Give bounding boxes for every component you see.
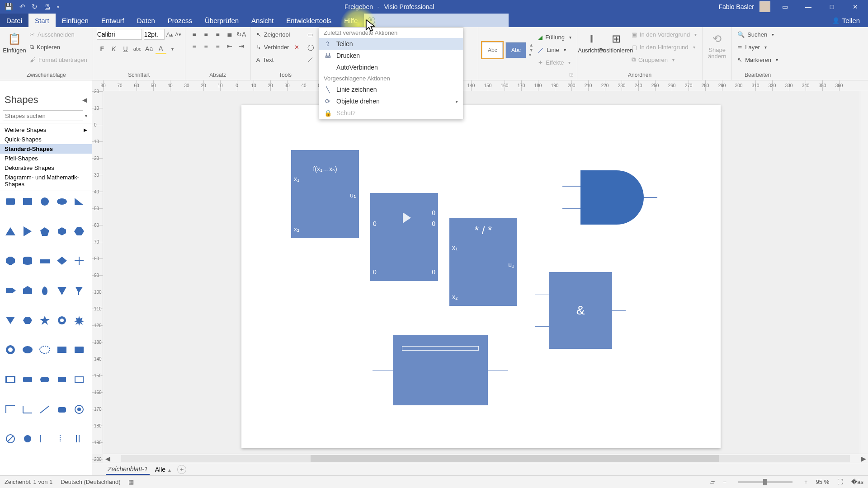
shape-stencil-item[interactable] [20,373,35,386]
tab-review[interactable]: Überprüfen [198,14,245,27]
shape-stencil-item[interactable] [3,343,18,357]
shape-stencil-item[interactable] [71,314,87,327]
layer-button[interactable]: ≣Layer▾ [736,42,780,52]
tab-file[interactable]: Datei [0,14,28,27]
bold-button[interactable]: F [97,43,108,54]
status-lang[interactable]: Deutsch (Deutschland) [61,479,120,485]
shape-amp-block[interactable]: & [549,272,612,349]
print-icon[interactable]: 🖶 [44,3,51,11]
zoom-level[interactable]: 95 % [816,479,830,485]
select-button[interactable]: ↖Markieren▾ [736,54,780,65]
shape-stencil-item[interactable] [54,225,70,238]
line-tool-button[interactable]: ／ [306,54,316,65]
shape-stencil-item[interactable] [71,225,87,238]
shape-stencil-item[interactable] [37,225,52,238]
shrink-font-icon[interactable]: A▾ [175,32,181,38]
style-thumb[interactable]: Abc [505,42,526,58]
case-button[interactable]: Aa [144,43,155,54]
bullets-button[interactable]: ≣ [224,29,235,40]
shape-stencil-item[interactable] [20,314,35,327]
tellme-item-teilen[interactable]: ⇪Teilen [319,38,463,50]
fill-button[interactable]: ◢Füllung▾ [536,32,573,43]
undo-icon[interactable]: ↶ [19,3,25,11]
tab-design[interactable]: Entwurf [95,14,131,27]
zoom-out-icon[interactable]: − [723,479,726,485]
sheet-all[interactable]: Alle ▲ [155,466,172,473]
shape-play-block[interactable]: 0 0 0 0 0 [370,193,438,281]
text-tool-button[interactable]: AText [255,54,302,65]
dec-indent-button[interactable]: ⇤ [224,41,235,52]
cat-standard-shapes[interactable]: Standard-Shapes [0,144,92,154]
shape-stencil-item[interactable] [37,195,52,208]
shape-stencil-item[interactable] [54,254,70,267]
shape-stencil-item[interactable] [37,403,52,416]
font-color-button[interactable]: ▾ [167,43,178,54]
zoom-slider[interactable] [738,481,793,483]
shape-divide-block[interactable]: * / * x₁ u₁ x₂ [449,218,517,306]
strike-button[interactable]: abc [132,43,143,54]
shape-stencil-item[interactable] [37,284,52,297]
shape-stencil-item[interactable] [54,373,70,386]
cat-more-shapes[interactable]: Weitere Shapes▶ [0,125,92,135]
cut-button[interactable]: ✂Ausschneiden [28,29,89,40]
shape-stencil-item[interactable] [71,343,87,357]
align-right-button[interactable]: ≡ [212,41,223,52]
maximize-icon[interactable]: □ [823,3,841,10]
sheet-tab[interactable]: Zeichenblatt-1 [106,464,150,475]
paste-button[interactable]: 📋 Einfügen [4,29,25,54]
find-button[interactable]: 🔍Suchen▾ [736,29,780,40]
copy-button[interactable]: ⧉Kopieren [28,42,89,52]
font-size-select[interactable] [144,29,165,40]
shape-stencil-item[interactable] [3,403,18,416]
tab-view[interactable]: Ansicht [245,14,280,27]
shape-stencil-item[interactable] [3,432,18,446]
pointer-tool-button[interactable]: ↖Zeigertool [255,29,302,40]
shape-stencil-item[interactable] [54,403,70,416]
align-left-button[interactable]: ≡ [189,41,200,52]
scroll-track[interactable] [121,455,850,462]
fullscreen-icon[interactable]: �ās [851,479,863,485]
shape-stencil-item[interactable] [3,284,18,297]
format-painter-button[interactable]: 🖌Format übertragen [28,54,89,65]
tab-home[interactable]: Start [28,14,56,27]
title-share[interactable]: Freigeben [344,3,373,10]
shape-stencil-item[interactable] [54,195,70,208]
ellipse-tool-button[interactable]: ◯ [306,42,316,52]
gallery-up-icon[interactable]: ▲ [529,42,533,47]
tellme-item-linie[interactable]: ╲Linie zeichnen [319,84,463,95]
shape-stencil-item[interactable] [54,343,70,357]
macro-record-icon[interactable]: ▦ [128,479,134,485]
redo-icon[interactable]: ↻ [32,3,38,11]
position-button[interactable]: ⊞Positionieren [605,29,627,54]
shape-stencil-item[interactable] [71,195,87,208]
scrollbar-horizontal[interactable]: ◀ ▶ [103,454,868,463]
shape-stencil-item[interactable] [3,225,18,238]
rotate-text-button[interactable]: ↻A [236,29,247,40]
tab-help[interactable]: Hilfe [338,14,364,27]
user-name[interactable]: Fabio Basler [718,3,754,10]
shape-stencil-item[interactable] [54,432,70,446]
group-button[interactable]: ⧉Gruppieren▾ [630,54,698,65]
fit-page-icon[interactable]: ⛶ [837,479,843,485]
minimize-icon[interactable]: ― [799,3,817,10]
align-center-button[interactable]: ≡ [201,41,212,52]
shape-stencil-item[interactable] [3,314,18,327]
effects-button[interactable]: ✦Effekte▾ [536,57,573,68]
shape-stencil-item[interactable] [37,373,52,386]
styles-dialog-icon[interactable]: ◲ [569,72,573,77]
shape-stencil-item[interactable] [71,373,87,386]
collapse-panel-icon[interactable]: ◀ [82,96,87,103]
presentation-mode-icon[interactable]: ▱ [710,479,715,485]
shapes-search-input[interactable] [3,110,83,121]
tab-data[interactable]: Daten [131,14,161,27]
shape-and-gate[interactable] [562,168,657,227]
shape-stencil-item[interactable] [20,225,35,238]
share-button[interactable]: Teilen [824,14,868,27]
highlight-color-button[interactable]: A [156,43,166,54]
shape-stencil-item[interactable] [20,284,35,297]
connector-tool-button[interactable]: ↳Verbinder✕ [255,42,302,52]
tab-insert[interactable]: Einfügen [56,14,95,27]
tellme-item-autoverbinden[interactable]: AutoVerbinden [319,61,463,73]
line-button[interactable]: ／Linie▾ [536,45,573,56]
tellme-item-drucken[interactable]: 🖶Drucken [319,50,463,61]
